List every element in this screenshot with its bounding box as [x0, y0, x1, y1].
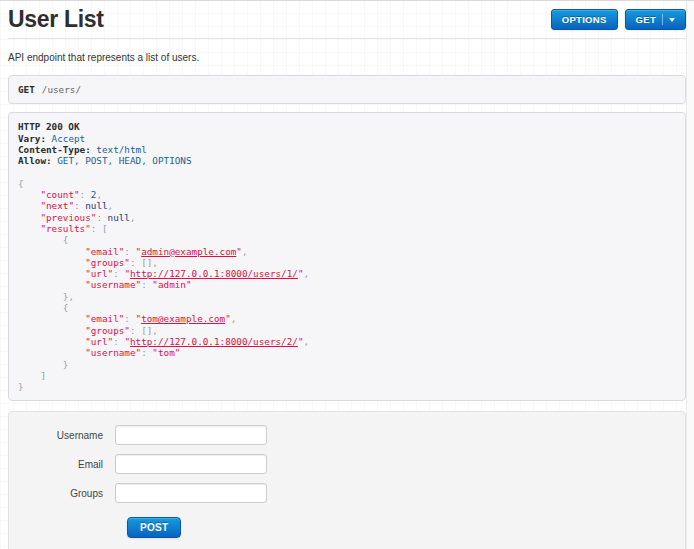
- code-line: },: [18, 291, 676, 302]
- response-meta: HTTP 200 OKVary: AcceptContent-Type: tex…: [18, 121, 676, 166]
- json-token: [18, 257, 85, 268]
- json-token: "tom": [152, 347, 180, 358]
- json-token: :: [113, 336, 124, 347]
- json-token: "email": [85, 246, 124, 257]
- code-line: {: [18, 178, 676, 189]
- code-line: "url": "http://127.0.0.1:8000/users/2/",: [18, 336, 676, 347]
- json-token: }: [18, 381, 24, 392]
- code-line: {: [18, 302, 676, 313]
- code-line: "next": null,: [18, 200, 676, 211]
- admin-email-link[interactable]: admin@example.com: [141, 246, 236, 257]
- json-token: [18, 325, 85, 336]
- get-button[interactable]: GET: [625, 9, 686, 30]
- header-name: Content-Type:: [18, 144, 91, 155]
- code-line: {: [18, 234, 676, 245]
- json-token: ,: [96, 189, 102, 200]
- json-token: "previous": [40, 212, 96, 223]
- groups-form-row: Groups: [9, 483, 685, 503]
- json-token: :: [141, 347, 152, 358]
- toolbar: OPTIONS GET: [551, 9, 686, 30]
- status-line: HTTP 200 OK: [18, 121, 676, 132]
- header-name: Vary:: [18, 133, 46, 144]
- json-token: :: [124, 313, 135, 324]
- options-button[interactable]: OPTIONS: [551, 9, 618, 30]
- email-label: Email: [9, 459, 115, 470]
- json-token: "url": [85, 268, 113, 279]
- json-token: "next": [40, 200, 74, 211]
- options-button-label: OPTIONS: [562, 14, 607, 25]
- json-token: null: [108, 212, 130, 223]
- json-token: [18, 212, 40, 223]
- user-1-url-link[interactable]: http://127.0.0.1:8000/users/1/: [130, 268, 298, 279]
- json-token: ,: [108, 200, 114, 211]
- username-input[interactable]: [115, 425, 267, 445]
- user-2-url-link[interactable]: http://127.0.0.1:8000/users/2/: [130, 336, 298, 347]
- groups-input[interactable]: [115, 483, 267, 503]
- request-line-box: GET/users/: [8, 75, 686, 104]
- json-token: :: [74, 200, 85, 211]
- json-token: :: [124, 246, 135, 257]
- json-token: {: [63, 302, 69, 313]
- json-token: "count": [40, 189, 79, 200]
- json-token: :: [141, 279, 152, 290]
- username-label: Username: [9, 430, 115, 441]
- json-token: [18, 370, 40, 381]
- json-token: "admin": [152, 279, 191, 290]
- page-header: User List OPTIONS GET: [8, 1, 686, 39]
- json-token: [],: [141, 257, 158, 268]
- json-token: :: [130, 257, 141, 268]
- json-token: "groups": [85, 325, 130, 336]
- json-token: :: [130, 325, 141, 336]
- json-token: :: [91, 223, 102, 234]
- json-token: },: [63, 291, 74, 302]
- code-line: "count": 2,: [18, 189, 676, 200]
- header-value: text/html: [91, 144, 147, 155]
- json-token: ,: [304, 268, 310, 279]
- json-token: [18, 313, 85, 324]
- code-line: "username": "tom": [18, 347, 676, 358]
- json-token: [18, 336, 85, 347]
- json-token: :: [96, 212, 107, 223]
- post-button[interactable]: POST: [127, 517, 181, 538]
- json-token: ,: [304, 336, 310, 347]
- json-token: [18, 223, 40, 234]
- chevron-down-icon[interactable]: [669, 18, 675, 22]
- request-method: GET: [18, 84, 35, 95]
- response-box: HTTP 200 OKVary: AcceptContent-Type: tex…: [8, 112, 686, 401]
- meta-header-row: Content-Type: text/html: [18, 144, 676, 155]
- json-token: :: [113, 268, 124, 279]
- code-line: "url": "http://127.0.0.1:8000/users/1/",: [18, 268, 676, 279]
- code-line: }: [18, 359, 676, 370]
- json-token: ,: [130, 212, 136, 223]
- code-line: ]: [18, 370, 676, 381]
- email-input[interactable]: [115, 454, 267, 474]
- json-token: [18, 302, 63, 313]
- json-token: ,: [242, 246, 248, 257]
- json-token: [18, 200, 40, 211]
- json-token: [18, 234, 63, 245]
- json-token: "username": [85, 279, 141, 290]
- response-json-body: { "count": 2, "next": null, "previous": …: [18, 178, 676, 393]
- json-token: }: [63, 359, 69, 370]
- get-button-label: GET: [636, 14, 656, 25]
- json-token: [],: [141, 325, 158, 336]
- page-description: API endpoint that represents a list of u…: [8, 52, 686, 63]
- json-token: [18, 246, 85, 257]
- code-line: "groups": [],: [18, 325, 676, 336]
- json-token: ,: [231, 313, 237, 324]
- json-token: [18, 189, 40, 200]
- page-container: User List OPTIONS GET API endpoint that …: [0, 1, 694, 549]
- vertical-scrollbar[interactable]: [686, 1, 694, 549]
- json-token: "groups": [85, 257, 130, 268]
- create-user-form-panel: UsernameEmailGroups POST: [8, 411, 686, 549]
- json-token: :: [80, 189, 91, 200]
- json-token: "username": [85, 347, 141, 358]
- json-token: "url": [85, 336, 113, 347]
- meta-header-row: Vary: Accept: [18, 133, 676, 144]
- json-token: [18, 268, 85, 279]
- json-token: [18, 359, 63, 370]
- groups-label: Groups: [9, 488, 115, 499]
- json-token: "results": [40, 223, 90, 234]
- tom-email-link[interactable]: tom@example.com: [141, 313, 225, 324]
- username-form-row: Username: [9, 425, 685, 445]
